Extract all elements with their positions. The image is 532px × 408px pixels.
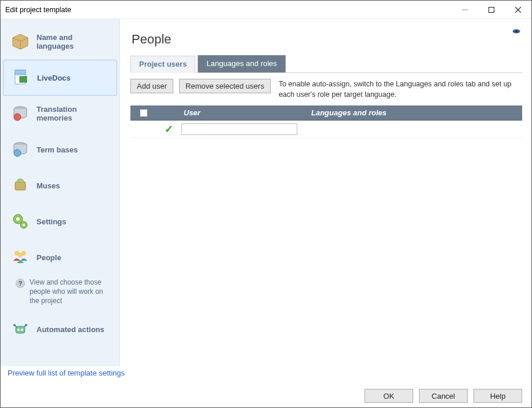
footer-buttons: OK Cancel Help: [1, 384, 531, 407]
row-user-cell: [181, 123, 309, 135]
remove-selected-users-button[interactable]: Remove selected users: [179, 79, 271, 93]
sidebar-item-label: Muses: [37, 181, 60, 190]
gear-icon: [11, 212, 30, 231]
sidebar-item-people[interactable]: People: [3, 239, 117, 275]
sidebar-item-name-languages[interactable]: Name and languages: [3, 24, 117, 60]
svg-point-26: [13, 324, 16, 326]
sidebar-item-label: Term bases: [37, 145, 78, 154]
people-icon: [11, 248, 30, 267]
sidebar-item-desc-text: View and choose those people who will wo…: [30, 278, 112, 306]
sidebar: Name and languages LiveDocs Translation …: [1, 19, 120, 366]
svg-point-10: [14, 114, 21, 121]
svg-rect-21: [16, 326, 25, 333]
add-user-button[interactable]: Add user: [130, 79, 173, 93]
svg-rect-8: [20, 76, 27, 82]
maximize-button[interactable]: [478, 1, 505, 19]
svg-point-22: [17, 329, 20, 331]
svg-point-20: [18, 253, 23, 257]
sidebar-item-muses[interactable]: Muses: [3, 167, 117, 203]
muse-icon: [11, 176, 30, 195]
help-button[interactable]: Help: [473, 389, 522, 403]
preview-settings-link[interactable]: Preview full list of template settings: [8, 369, 125, 377]
window-title: Edit project template: [5, 6, 71, 14]
sidebar-item-label: LiveDocs: [37, 74, 71, 82]
svg-point-17: [23, 224, 25, 226]
database-icon: [11, 104, 30, 123]
sidebar-item-translation-memories[interactable]: Translation memories: [3, 96, 117, 132]
titlebar: Edit project template: [1, 1, 531, 19]
tab-languages-roles[interactable]: Languages and roles: [198, 55, 285, 72]
user-input[interactable]: [181, 123, 297, 135]
svg-rect-1: [489, 7, 494, 12]
svg-point-27: [25, 324, 27, 326]
table-header: User Languages and roles: [130, 105, 522, 121]
toolbar: Add user Remove selected users To enable…: [130, 79, 522, 100]
main-panel: People Project users Languages and roles…: [120, 19, 531, 366]
svg-point-29: [515, 30, 518, 32]
window-controls: [451, 1, 531, 19]
sidebar-item-label: Translation memories: [37, 105, 110, 122]
minimize-button[interactable]: [451, 1, 478, 19]
users-table: User Languages and roles ✓: [130, 105, 522, 138]
auto-assign-hint: To enable auto-assign, switch to the Lan…: [276, 79, 522, 100]
svg-rect-7: [15, 70, 25, 75]
table-row[interactable]: ✓: [130, 121, 522, 138]
footer-link-area: Preview full list of template settings: [1, 366, 531, 384]
help-hint-icon: ?: [16, 279, 25, 288]
sidebar-item-settings[interactable]: Settings: [3, 203, 117, 239]
header-checkbox-cell: [130, 107, 156, 119]
termbase-icon: [11, 140, 30, 159]
tabstrip: Project users Languages and roles: [130, 55, 522, 73]
svg-point-15: [16, 217, 20, 221]
eye-icon[interactable]: [511, 27, 522, 39]
svg-rect-13: [15, 182, 25, 190]
sidebar-item-people-desc: ? View and choose those people who will …: [1, 275, 119, 312]
sidebar-item-term-bases[interactable]: Term bases: [3, 132, 117, 167]
cancel-button[interactable]: Cancel: [419, 389, 468, 403]
sidebar-item-livedocs[interactable]: LiveDocs: [3, 60, 117, 96]
tab-project-users[interactable]: Project users: [130, 56, 195, 73]
svg-point-12: [14, 150, 21, 156]
sidebar-item-label: People: [37, 253, 61, 262]
document-icon: [12, 68, 30, 87]
header-lang-roles[interactable]: Languages and roles: [309, 108, 522, 117]
sidebar-item-label: Settings: [37, 217, 66, 226]
robot-icon: [11, 320, 30, 339]
header-user[interactable]: User: [181, 108, 309, 117]
page-title: People: [132, 32, 522, 47]
sidebar-item-label: Automated actions: [37, 325, 104, 334]
checkmark-icon: ✓: [165, 123, 173, 136]
sidebar-item-label: Name and languages: [37, 33, 110, 50]
dialog-body: Name and languages LiveDocs Translation …: [1, 19, 531, 366]
box-icon: [11, 32, 30, 51]
row-status-cell: ✓: [156, 123, 181, 136]
svg-point-23: [21, 329, 23, 331]
ok-button[interactable]: OK: [365, 389, 413, 403]
select-all-checkbox[interactable]: [140, 109, 148, 117]
dialog-window: Edit project template Name and languages: [0, 0, 532, 408]
sidebar-item-automated-actions[interactable]: Automated actions: [3, 312, 117, 348]
close-button[interactable]: [505, 1, 531, 19]
